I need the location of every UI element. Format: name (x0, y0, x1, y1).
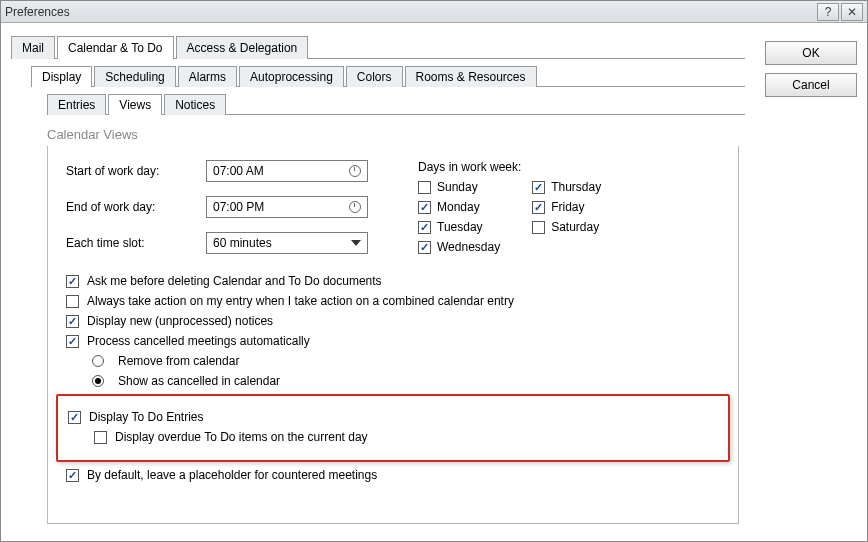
tab-mail[interactable]: Mail (11, 36, 55, 59)
caret-down-icon (351, 240, 361, 246)
sstab-views[interactable]: Views (108, 94, 162, 115)
sstab-notices[interactable]: Notices (164, 94, 226, 115)
day-monday[interactable]: Monday (418, 200, 500, 214)
checkbox-icon (66, 335, 79, 348)
ok-button[interactable]: OK (765, 41, 857, 65)
tab-calendar-todo[interactable]: Calendar & To Do (57, 36, 174, 59)
start-label: Start of work day: (66, 164, 206, 178)
checkbox-icon (418, 201, 431, 214)
highlight-box: Display To Do Entries Display overdue To… (56, 394, 730, 462)
opt-placeholder[interactable]: By default, leave a placeholder for coun… (66, 468, 720, 482)
day-thursday[interactable]: Thursday (532, 180, 601, 194)
opt-process-cancelled[interactable]: Process cancelled meetings automatically (66, 334, 720, 348)
end-label: End of work day: (66, 200, 206, 214)
cancel-button[interactable]: Cancel (765, 73, 857, 97)
day-friday[interactable]: Friday (532, 200, 601, 214)
opt-ask-delete[interactable]: Ask me before deleting Calendar and To D… (66, 274, 720, 288)
opt-always-action[interactable]: Always take action on my entry when I ta… (66, 294, 720, 308)
radio-show-cancelled[interactable]: Show as cancelled in calendar (92, 374, 720, 388)
group-title: Calendar Views (47, 125, 745, 142)
checkbox-icon (66, 315, 79, 328)
checkbox-icon (66, 275, 79, 288)
subtab-scheduling[interactable]: Scheduling (94, 66, 175, 87)
day-sunday[interactable]: Sunday (418, 180, 500, 194)
checkbox-icon (418, 181, 431, 194)
radio-remove[interactable]: Remove from calendar (92, 354, 720, 368)
window-title: Preferences (5, 5, 815, 19)
opt-display-overdue[interactable]: Display overdue To Do items on the curre… (94, 430, 718, 444)
subtab-rooms-resources[interactable]: Rooms & Resources (405, 66, 537, 87)
radio-icon (92, 355, 104, 367)
checkbox-icon (532, 181, 545, 194)
end-time-input[interactable]: 07:00 PM (206, 196, 368, 218)
checkbox-icon (418, 221, 431, 234)
time-slot-select[interactable]: 60 minutes (206, 232, 368, 254)
tab-access-delegation[interactable]: Access & Delegation (176, 36, 309, 59)
day-wednesday[interactable]: Wednesday (418, 240, 500, 254)
sstab-entries[interactable]: Entries (47, 94, 106, 115)
slot-label: Each time slot: (66, 236, 206, 250)
start-time-value: 07:00 AM (213, 164, 264, 178)
sub-tabs: Display Scheduling Alarms Autoprocessing… (31, 65, 745, 87)
clock-icon (349, 201, 361, 213)
opt-display-new[interactable]: Display new (unprocessed) notices (66, 314, 720, 328)
start-time-input[interactable]: 07:00 AM (206, 160, 368, 182)
checkbox-icon (532, 201, 545, 214)
day-tuesday[interactable]: Tuesday (418, 220, 500, 234)
checkbox-icon (66, 295, 79, 308)
day-saturday[interactable]: Saturday (532, 220, 601, 234)
opt-display-todo[interactable]: Display To Do Entries (68, 410, 718, 424)
end-time-value: 07:00 PM (213, 200, 264, 214)
checkbox-icon (94, 431, 107, 444)
subtab-autoprocessing[interactable]: Autoprocessing (239, 66, 344, 87)
checkbox-icon (68, 411, 81, 424)
subtab-display[interactable]: Display (31, 66, 92, 87)
clock-icon (349, 165, 361, 177)
checkbox-icon (532, 221, 545, 234)
radio-icon (92, 375, 104, 387)
calendar-views-group: Start of work day: 07:00 AM End of work … (47, 146, 739, 524)
subsub-tabs: Entries Views Notices (47, 93, 745, 115)
checkbox-icon (418, 241, 431, 254)
checkbox-icon (66, 469, 79, 482)
main-tabs: Mail Calendar & To Do Access & Delegatio… (11, 35, 745, 59)
title-bar: Preferences ? ✕ (1, 1, 867, 23)
close-button[interactable]: ✕ (841, 3, 863, 21)
help-button[interactable]: ? (817, 3, 839, 21)
days-header: Days in work week: (418, 160, 601, 174)
subtab-colors[interactable]: Colors (346, 66, 403, 87)
slot-value: 60 minutes (213, 236, 272, 250)
subtab-alarms[interactable]: Alarms (178, 66, 237, 87)
